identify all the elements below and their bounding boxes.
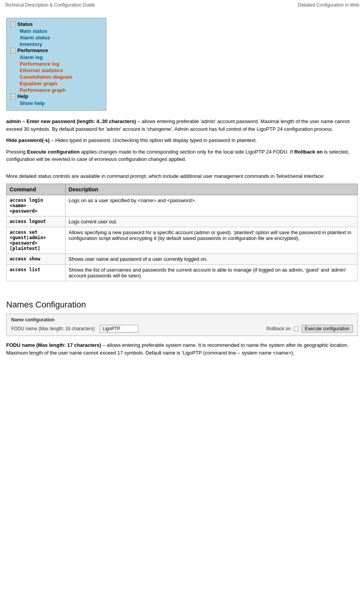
nav-section-performance[interactable]: − Performance	[10, 47, 102, 53]
desc-cell-0: Logs on as a user specified by <name> an…	[65, 195, 357, 216]
cmd-cell-2: access set <guest|admin> <password> [pla…	[7, 227, 66, 254]
execute-config-button[interactable]: Execute configuration	[302, 325, 353, 333]
name-config-actions: Rollback on Execute configuration	[142, 325, 353, 333]
name-config-box: Name configuration FODU name (Max length…	[6, 314, 358, 336]
desc-cell-3: Shows user name and password of a user c…	[65, 254, 357, 265]
header-right: Detailed Configuration in Web	[298, 2, 359, 8]
table-header-description: Description	[65, 184, 357, 195]
nav-item-equalizer-graph[interactable]: Equalizer graph	[10, 80, 102, 87]
desc-cell-2: Allows specifying a new password for a s…	[65, 227, 357, 254]
table-row: access showShows user name and password …	[7, 254, 358, 265]
rollback-checkbox[interactable]	[294, 326, 298, 331]
cmd-cell-1: access logout	[7, 216, 66, 227]
nav-item-alarm-log[interactable]: Alarm log	[10, 54, 102, 61]
cmd-cell-3: access show	[7, 254, 66, 265]
table-row: access listShows the list of usernames a…	[7, 265, 358, 281]
nav-item-performance-graph[interactable]: Performance graph	[10, 87, 102, 93]
fodu-name-para: FODU name (Max length: 17 characters) – …	[6, 341, 358, 356]
desc-cell-1: Logs current user out.	[65, 216, 357, 227]
hide-password-text: – Hides typed in password. Unchecking th…	[51, 137, 257, 143]
nav-box: − Status Main status Alarm status Invent…	[6, 18, 106, 111]
hide-password-bold: Hide password(-s)	[6, 137, 50, 143]
admin-password-bold: – Enter new password (length: 4..30 char…	[22, 118, 136, 124]
help-collapse-icon: −	[10, 94, 16, 99]
fodu-name-label: FODU name (Max length: 16 characters)	[11, 326, 96, 331]
performance-collapse-icon: −	[10, 48, 16, 53]
nav-item-performance-log[interactable]: Performance log	[10, 61, 102, 67]
header-left: Technical Description & Configuration Gu…	[5, 2, 95, 8]
nav-item-show-help[interactable]: Show help	[10, 100, 102, 106]
table-row: access login <name> <password>Logs on as…	[7, 195, 358, 216]
desc-cell-4: Shows the list of usernames and password…	[65, 265, 357, 281]
main-content: − Status Main status Alarm status Invent…	[0, 10, 364, 364]
table-row: access set <guest|admin> <password> [pla…	[7, 227, 358, 254]
execute-config-mid: applies changes made to the correspondin…	[81, 149, 294, 155]
cmd-cell-4: access list	[7, 265, 66, 281]
status-collapse-icon: −	[10, 22, 16, 27]
table-row: access logoutLogs current user out.	[7, 216, 358, 227]
nav-section-status-label: Status	[17, 21, 33, 27]
fodu-name-bold: FODU name (Max length: 17 characters)	[6, 342, 101, 348]
execute-config-para: Pressing Execute configuration applies c…	[6, 148, 358, 163]
names-config-heading: Names Configuration	[6, 300, 358, 310]
name-config-row: FODU name (Max length: 16 characters) Ro…	[11, 325, 353, 333]
cmd-cell-0: access login <name> <password>	[7, 195, 66, 216]
nav-section-help-label: Help	[17, 93, 28, 99]
pressing-label: Pressing	[6, 149, 27, 155]
rollback-label: Rollback on	[266, 326, 291, 331]
nav-item-alarm-status[interactable]: Alarm status	[10, 34, 102, 41]
table-header-command: Command	[7, 184, 66, 195]
nav-section-performance-label: Performance	[17, 47, 48, 53]
execute-config-bold: Execute configuration	[27, 149, 80, 155]
telnet-intro-para: More detailed status controls are availa…	[6, 172, 358, 180]
admin-label: admin	[6, 118, 21, 124]
nav-item-ethernet-statistics[interactable]: Ethernet statistics	[10, 67, 102, 74]
nav-item-main-status[interactable]: Main status	[10, 28, 102, 34]
nav-item-constellation-diagram[interactable]: Constellation diagram	[10, 74, 102, 80]
nav-section-help[interactable]: − Help	[10, 93, 102, 99]
command-table: Command Description access login <name> …	[6, 184, 358, 281]
rollback-bold: Rollback on	[294, 149, 323, 155]
hide-password-para: Hide password(-s) – Hides typed in passw…	[6, 137, 358, 144]
fodu-name-input[interactable]	[100, 325, 138, 333]
admin-password-para: admin – Enter new password (length: 4..3…	[6, 118, 358, 133]
page-header: Technical Description & Configuration Gu…	[0, 0, 364, 10]
name-config-title: Name configuration	[11, 317, 353, 323]
nav-section-status[interactable]: − Status	[10, 21, 102, 27]
nav-item-inventory[interactable]: Inventory	[10, 41, 102, 47]
